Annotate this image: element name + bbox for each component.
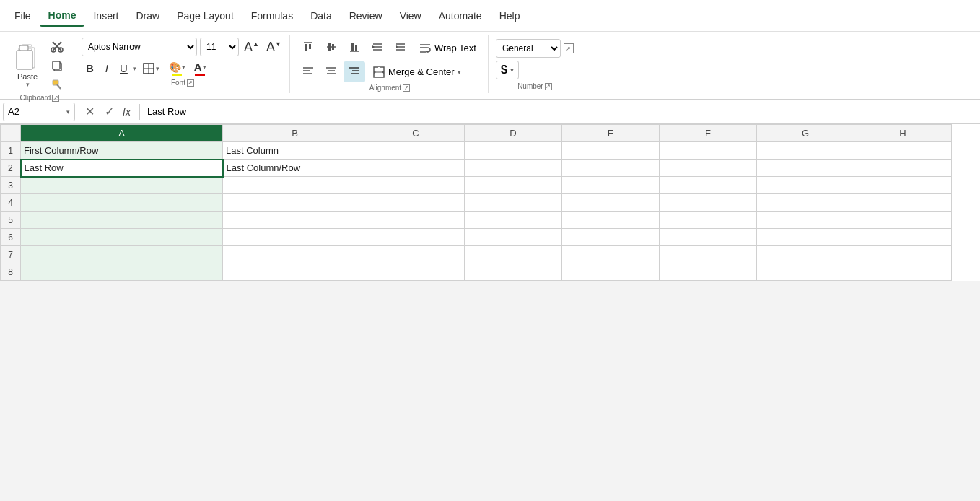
indent-increase-button[interactable] (390, 38, 411, 58)
cell-H7[interactable] (854, 246, 952, 263)
cell-B4[interactable] (223, 194, 367, 212)
font-color-dropdown[interactable]: ▾ (203, 64, 206, 71)
formula-input[interactable] (143, 103, 977, 121)
cell-A6[interactable] (21, 229, 223, 246)
menu-insert[interactable]: Insert (84, 6, 127, 26)
col-header-G[interactable]: G (757, 125, 854, 142)
cell-E8[interactable] (562, 263, 660, 281)
function-wizard-button[interactable]: fx (120, 106, 134, 118)
cell-G2[interactable] (757, 160, 854, 177)
row-num-6[interactable]: 6 (1, 229, 21, 246)
corner-header[interactable] (1, 125, 21, 142)
cell-F7[interactable] (660, 246, 757, 263)
cell-B5[interactable] (223, 212, 367, 229)
menu-view[interactable]: View (391, 6, 430, 26)
cell-A7[interactable] (21, 246, 223, 263)
number-format-expand[interactable]: ↗ (564, 43, 574, 53)
cell-F5[interactable] (660, 212, 757, 229)
cell-F4[interactable] (660, 194, 757, 212)
alignment-expand-btn[interactable]: ↗ (403, 84, 410, 92)
cell-E3[interactable] (562, 177, 660, 194)
align-left-button[interactable] (297, 61, 319, 82)
cell-E1[interactable] (562, 142, 660, 160)
row-num-4[interactable]: 4 (1, 194, 21, 212)
row-num-3[interactable]: 3 (1, 177, 21, 194)
cell-D7[interactable] (465, 246, 562, 263)
cell-F6[interactable] (660, 229, 757, 246)
cell-G4[interactable] (757, 194, 854, 212)
cell-ref-dropdown[interactable]: ▾ (66, 108, 70, 116)
cell-H6[interactable] (854, 229, 952, 246)
cell-G5[interactable] (757, 212, 854, 229)
cell-reference-box[interactable]: A2 ▾ (3, 103, 75, 121)
italic-button[interactable]: I (101, 60, 113, 77)
confirm-formula-button[interactable]: ✓ (100, 103, 118, 120)
cell-C3[interactable] (367, 177, 465, 194)
cell-G1[interactable] (757, 142, 854, 160)
cell-G8[interactable] (757, 263, 854, 281)
cell-H2[interactable] (854, 160, 952, 177)
cell-A2[interactable]: Last Row (21, 160, 223, 177)
paste-dropdown-arrow[interactable]: ▾ (26, 81, 30, 88)
copy-button[interactable] (46, 58, 68, 74)
cell-E5[interactable] (562, 212, 660, 229)
number-expand-btn[interactable]: ↗ (545, 83, 552, 90)
cell-C4[interactable] (367, 194, 465, 212)
col-header-C[interactable]: C (367, 125, 465, 142)
row-num-5[interactable]: 5 (1, 212, 21, 229)
align-middle-button[interactable] (320, 38, 342, 58)
cell-C2[interactable] (367, 160, 465, 177)
cell-B2[interactable]: Last Column/Row (223, 160, 367, 177)
cell-D3[interactable] (465, 177, 562, 194)
merge-center-button[interactable]: Merge & Center ▾ (367, 63, 467, 82)
cell-A4[interactable] (21, 194, 223, 212)
cell-A8[interactable] (21, 263, 223, 281)
borders-dropdown[interactable]: ▾ (156, 65, 159, 72)
row-num-1[interactable]: 1 (1, 142, 21, 160)
menu-review[interactable]: Review (341, 6, 391, 26)
menu-file[interactable]: File (6, 6, 40, 26)
cut-button[interactable] (46, 38, 68, 55)
cell-B7[interactable] (223, 246, 367, 263)
cell-H8[interactable] (854, 263, 952, 281)
cell-F1[interactable] (660, 142, 757, 160)
clipboard-expand-btn[interactable]: ↗ (52, 95, 59, 102)
col-header-H[interactable]: H (854, 125, 952, 142)
col-header-A[interactable]: A (21, 125, 223, 142)
cell-F8[interactable] (660, 263, 757, 281)
menu-page-layout[interactable]: Page Layout (168, 6, 242, 26)
currency-button[interactable]: $ ▾ (496, 61, 519, 79)
menu-automate[interactable]: Automate (430, 6, 491, 26)
align-top-button[interactable] (297, 38, 319, 58)
row-num-2[interactable]: 2 (1, 160, 21, 177)
align-center-button[interactable] (320, 61, 342, 82)
align-right-button[interactable] (344, 61, 365, 82)
font-expand-btn[interactable]: ↗ (187, 79, 194, 87)
menu-home[interactable]: Home (40, 5, 85, 27)
cell-E6[interactable] (562, 229, 660, 246)
col-header-B[interactable]: B (223, 125, 367, 142)
cell-H1[interactable] (854, 142, 952, 160)
cell-G7[interactable] (757, 246, 854, 263)
merge-center-dropdown[interactable]: ▾ (458, 69, 461, 76)
cell-H5[interactable] (854, 212, 952, 229)
number-format-select[interactable]: General Number Currency Accounting Perce… (496, 39, 561, 58)
cell-E7[interactable] (562, 246, 660, 263)
format-painter-button[interactable] (46, 77, 68, 92)
cell-D2[interactable] (465, 160, 562, 177)
cell-B1[interactable]: Last Column (223, 142, 367, 160)
cell-C5[interactable] (367, 212, 465, 229)
fill-color-button[interactable]: 🎨 ▾ (166, 60, 188, 77)
underline-button[interactable]: U (115, 60, 132, 77)
row-num-8[interactable]: 8 (1, 263, 21, 281)
cell-D5[interactable] (465, 212, 562, 229)
cell-B6[interactable] (223, 229, 367, 246)
menu-data[interactable]: Data (302, 6, 341, 26)
cell-A5[interactable] (21, 212, 223, 229)
cell-C1[interactable] (367, 142, 465, 160)
col-header-D[interactable]: D (465, 125, 562, 142)
fill-color-dropdown[interactable]: ▾ (182, 64, 185, 71)
cell-D6[interactable] (465, 229, 562, 246)
menu-draw[interactable]: Draw (127, 6, 168, 26)
underline-dropdown[interactable]: ▾ (133, 65, 136, 72)
